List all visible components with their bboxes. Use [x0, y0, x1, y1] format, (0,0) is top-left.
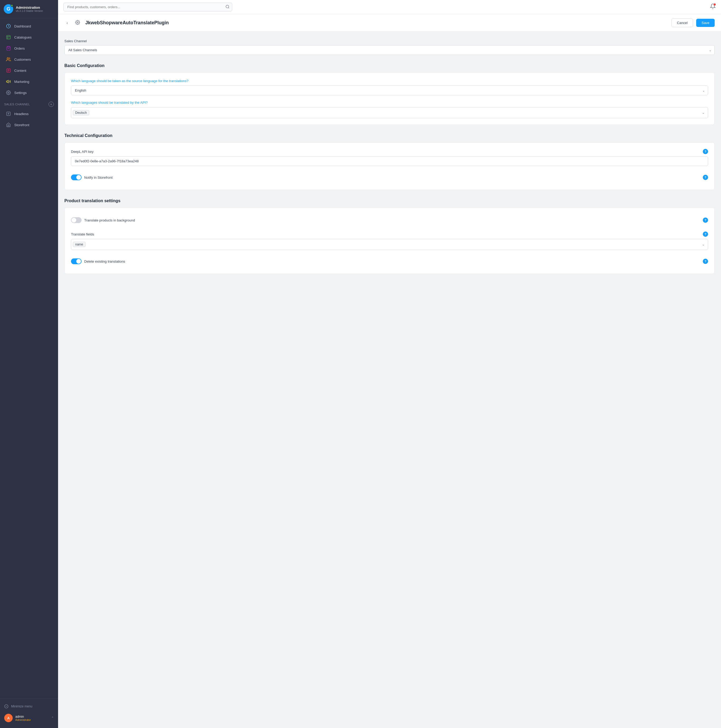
search-button[interactable]	[225, 5, 230, 9]
translate-fields-tag-select[interactable]: name ⌄	[71, 239, 708, 250]
translate-background-toggle[interactable]	[71, 217, 81, 223]
content-icon	[6, 68, 11, 73]
avatar: A	[4, 714, 13, 722]
deepl-api-key-row: DeepL API key ?	[71, 149, 708, 166]
delete-translations-toggle[interactable]	[71, 258, 81, 264]
api-languages-row: Which languages should be translated by …	[71, 101, 708, 118]
minimize-label: Minimize menu	[11, 705, 32, 708]
deepl-api-key-input[interactable]	[71, 156, 708, 166]
user-name: admin	[15, 715, 49, 719]
content-area: ‹ JkwebShopwareAutoTranslatePlugin Cance…	[58, 14, 721, 728]
sidebar-item-label: Settings	[14, 91, 27, 95]
dashboard-icon	[6, 23, 11, 29]
sidebar-item-marketing[interactable]: Marketing	[2, 76, 57, 87]
sidebar: G Administration v6.3.1.0 Stable Version…	[0, 0, 58, 728]
basic-config-section: Basic Configuration Which language shoul…	[64, 63, 715, 125]
orders-icon	[6, 46, 11, 51]
app-version: v6.3.1.0 Stable Version	[16, 9, 43, 12]
basic-config-card: Which language should be taken as the so…	[64, 72, 715, 125]
sidebar-item-label: Storefront	[14, 123, 29, 127]
sales-channel-section: Sales Channel +	[0, 98, 58, 108]
sidebar-nav: Dashboard Catalogues Orders Customers Co…	[0, 18, 58, 698]
toggle-knob	[76, 175, 81, 180]
customers-icon	[6, 57, 11, 62]
delete-translations-toggle-row: Delete existing translations ?	[71, 255, 708, 268]
headless-icon	[6, 111, 11, 116]
topbar	[58, 0, 721, 14]
sales-channel-label: Sales Channel	[4, 102, 30, 106]
translate-fields-label: Translate fields	[71, 232, 94, 236]
svg-point-12	[77, 21, 78, 23]
catalogue-icon	[6, 35, 11, 40]
marketing-icon	[6, 79, 11, 84]
sidebar-item-orders[interactable]: Orders	[2, 43, 57, 54]
notify-toggle-row: Notify in Storefront ?	[71, 171, 708, 184]
svg-point-3	[7, 58, 9, 59]
delete-translations-row: Delete existing translations ?	[71, 255, 708, 268]
deepl-help-icon[interactable]: ?	[703, 149, 708, 154]
search-input[interactable]	[63, 3, 232, 11]
save-button[interactable]: Save	[696, 19, 715, 27]
basic-config-heading: Basic Configuration	[64, 63, 715, 68]
svg-point-10	[226, 5, 229, 8]
sidebar-item-catalogues[interactable]: Catalogues	[2, 32, 57, 43]
sidebar-item-customers[interactable]: Customers	[2, 54, 57, 65]
app-logo: G	[4, 4, 13, 14]
deepl-api-key-label: DeepL API key	[71, 150, 94, 154]
technical-config-card: DeepL API key ? Notify in Storefront ?	[64, 142, 715, 190]
source-language-question: Which language should be taken as the so…	[71, 79, 708, 83]
sidebar-header: G Administration v6.3.1.0 Stable Version	[0, 0, 58, 18]
user-role: Administrator	[15, 719, 49, 721]
settings-icon	[6, 90, 11, 95]
notify-help-icon[interactable]: ?	[703, 175, 708, 180]
plugin-title: JkwebShopwareAutoTranslatePlugin	[85, 20, 668, 26]
deutsch-tag: Deutsch	[73, 110, 89, 115]
storefront-icon	[6, 122, 11, 127]
online-status-dot	[11, 4, 13, 7]
translate-background-help-icon[interactable]: ?	[703, 217, 708, 223]
sales-channel-select[interactable]: All Sales Channels	[64, 45, 715, 55]
sidebar-item-storefront[interactable]: Storefront	[2, 119, 57, 130]
notification-button[interactable]	[710, 3, 716, 11]
sidebar-item-label: Orders	[14, 46, 25, 50]
user-menu[interactable]: A admin Administrator ⌃	[0, 711, 58, 725]
sidebar-item-headless[interactable]: Headless	[2, 109, 57, 119]
sidebar-item-settings[interactable]: Settings	[2, 87, 57, 98]
sales-channel-select-wrapper: All Sales Channels ⌄	[64, 45, 715, 55]
sidebar-item-label: Content	[14, 69, 26, 73]
deepl-label-row: DeepL API key ?	[71, 149, 708, 154]
delete-translations-label: Delete existing translations	[84, 260, 700, 263]
add-sales-channel-button[interactable]: +	[49, 102, 54, 107]
technical-config-section: Technical Configuration DeepL API key ?	[64, 133, 715, 190]
app-info: Administration v6.3.1.0 Stable Version	[16, 6, 43, 13]
api-languages-tag-select[interactable]: Deutsch ⌄	[71, 107, 708, 118]
sales-channel-section: Sales Channel All Sales Channels ⌄	[64, 39, 715, 55]
sidebar-item-label: Dashboard	[14, 24, 31, 28]
translate-background-row: Translate products in background ?	[71, 214, 708, 226]
translate-fields-label-row: Translate fields ?	[71, 231, 708, 237]
back-button[interactable]: ‹	[64, 20, 70, 26]
delete-translations-help-icon[interactable]: ?	[703, 258, 708, 264]
sidebar-item-label: Headless	[14, 112, 29, 116]
product-translation-section: Product translation settings Translate p…	[64, 199, 715, 274]
minimize-menu-button[interactable]: Minimize menu	[0, 702, 58, 711]
plugin-content: Sales Channel All Sales Channels ⌄ Basic…	[58, 32, 721, 290]
settings-gear-button[interactable]	[73, 19, 82, 27]
source-language-select[interactable]: English	[71, 86, 708, 95]
product-translation-heading: Product translation settings	[64, 199, 715, 203]
svg-marker-5	[7, 80, 8, 83]
chevron-up-icon: ⌃	[51, 716, 54, 720]
sidebar-item-dashboard[interactable]: Dashboard	[2, 21, 57, 31]
user-info: admin Administrator	[15, 715, 49, 721]
topbar-actions	[710, 3, 716, 11]
translate-background-label: Translate products in background	[84, 218, 700, 222]
sidebar-item-content[interactable]: Content	[2, 65, 57, 76]
name-tag: name	[73, 242, 86, 247]
translate-fields-help-icon[interactable]: ?	[703, 231, 708, 237]
notify-storefront-label: Notify in Storefront	[84, 176, 700, 179]
cancel-button[interactable]: Cancel	[671, 18, 693, 27]
chevron-down-icon: ⌄	[702, 243, 705, 246]
main-area: ‹ JkwebShopwareAutoTranslatePlugin Cance…	[58, 0, 721, 728]
plugin-header: ‹ JkwebShopwareAutoTranslatePlugin Cance…	[58, 14, 721, 32]
notify-storefront-toggle[interactable]	[71, 174, 81, 180]
